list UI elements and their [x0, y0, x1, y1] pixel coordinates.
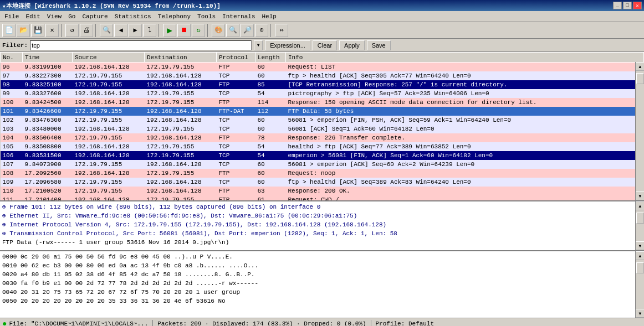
toolbar-open[interactable]: 📂 — [17, 24, 30, 37]
table-row[interactable]: 11117.2101400192.168.164.128172.19.79.15… — [1, 195, 644, 202]
table-row[interactable]: 1019.83426600172.19.79.155192.168.164.12… — [1, 107, 644, 116]
cell-info: 56081 > emperion [ACK] Seq=60 Ack=2 Win=… — [286, 160, 644, 169]
apply-button[interactable]: Apply — [339, 40, 365, 50]
toolbar-prev[interactable]: ◀ — [114, 24, 127, 37]
cell-dst: 192.168.164.128 — [145, 133, 217, 142]
filter-bar: Filter: ▼ Expression... Clear Apply Save — [0, 39, 644, 52]
cell-len: 114 — [255, 98, 286, 107]
detail-scroll-down[interactable]: ▼ — [636, 241, 644, 250]
toolbar-sep2 — [95, 24, 98, 37]
menu-item-statistics[interactable]: Statistics — [111, 11, 155, 22]
toolbar-zoom-reset[interactable]: ⊙ — [255, 24, 268, 37]
packet-scrollbar[interactable]: ▲ ▼ — [635, 62, 644, 200]
toolbar-capture-restart[interactable]: ↻ — [192, 24, 205, 37]
toolbar-reload[interactable]: ↺ — [65, 24, 79, 37]
toolbar-find[interactable]: 🔍 — [100, 24, 113, 37]
hex-scrollbar[interactable]: ▲ ▼ — [635, 251, 644, 318]
table-row[interactable]: 1069.83531500192.168.164.128172.19.79.15… — [1, 151, 644, 160]
toolbar-print[interactable]: 🖨 — [80, 24, 93, 37]
minimize-button[interactable]: _ — [613, 2, 622, 9]
detail-line-0[interactable]: ⊕ Frame 101: 112 bytes on wire (896 bits… — [2, 203, 642, 211]
col-header-protocol[interactable]: Protocol — [217, 53, 255, 63]
cell-src: 172.19.79.155 — [73, 178, 145, 187]
cell-len: 60 — [255, 169, 286, 178]
filter-dropdown[interactable]: ▼ — [254, 40, 263, 50]
cell-info: pictrography > ftp [ACK] Seq=57 Ack=235 … — [286, 89, 644, 98]
cell-dst: 192.168.164.128 — [145, 116, 217, 125]
col-header-info[interactable]: Info — [286, 53, 644, 63]
clear-button[interactable]: Clear — [313, 40, 337, 50]
toolbar-zoom-out[interactable]: 🔎 — [241, 24, 254, 37]
detail-line-1[interactable]: ⊕ Ethernet II, Src: Vmware_fd:9c:e8 (00:… — [2, 211, 642, 220]
status-capture-icon: ● — [2, 319, 7, 327]
hex-scroll-down[interactable]: ▼ — [636, 309, 644, 318]
col-header-time[interactable]: Time — [23, 53, 73, 63]
cell-src: 192.168.164.128 — [73, 169, 145, 178]
menu-item-capture[interactable]: Capture — [79, 11, 111, 22]
toolbar-save[interactable]: 💾 — [31, 24, 44, 37]
col-header-destination[interactable]: Destination — [145, 53, 217, 63]
toolbar-close[interactable]: ✕ — [45, 24, 59, 37]
scroll-down-arrow[interactable]: ▼ — [636, 192, 644, 200]
toolbar-capture-start[interactable]: ▶ — [163, 24, 176, 37]
cell-no: 97 — [1, 71, 23, 80]
close-button[interactable]: ✕ — [633, 2, 642, 9]
table-row[interactable]: 1029.83476300172.19.79.155192.168.164.12… — [1, 116, 644, 125]
toolbar-capture-stop[interactable]: ■ — [177, 24, 191, 37]
toolbar-goto[interactable]: ⤵ — [143, 24, 156, 37]
toolbar-resize-cols[interactable]: ⇔ — [275, 24, 288, 37]
expression-button[interactable]: Expression... — [265, 40, 310, 50]
save-button[interactable]: Save — [367, 40, 391, 50]
packet-list: No. Time Source Destination Protocol Len… — [0, 52, 644, 201]
detail-line-2[interactable]: ⊕ Internet Protocol Version 4, Src: 172.… — [2, 220, 642, 229]
toolbar-zoom-in[interactable]: 🔍 — [226, 24, 239, 37]
col-header-no[interactable]: No. — [1, 53, 23, 63]
menu-item-tools[interactable]: Tools — [194, 11, 219, 22]
cell-time: 9.83426600 — [23, 107, 73, 116]
toolbar-next[interactable]: ▶ — [129, 24, 142, 37]
cell-no: 108 — [1, 169, 23, 178]
cell-info: ftp > healthd [ACK] Seq=305 Ack=77 Win=6… — [286, 71, 644, 80]
table-row[interactable]: 10817.2092560192.168.164.128172.19.79.15… — [1, 169, 644, 178]
menu-item-file[interactable]: File — [1, 11, 22, 22]
menu-item-internals[interactable]: Internals — [219, 11, 258, 22]
hex-panel: ▲ ▼ 0000 0c 29 06 a1 75 00 50 56 fd 9c e… — [0, 251, 644, 318]
table-row[interactable]: 999.83327600192.168.164.128172.19.79.155… — [1, 89, 644, 98]
scroll-up-arrow[interactable]: ▲ — [636, 62, 644, 71]
hex-scroll-up[interactable]: ▲ — [636, 251, 644, 260]
toolbar-new[interactable]: 📄 — [2, 24, 16, 37]
menu-item-telephony[interactable]: Telephony — [155, 11, 194, 22]
table-row[interactable]: 10917.2096580172.19.79.155192.168.164.12… — [1, 178, 644, 187]
table-row[interactable]: 989.83325100172.19.79.155192.168.164.128… — [1, 80, 644, 89]
col-header-source[interactable]: Source — [73, 53, 145, 63]
cell-proto: FTP — [217, 63, 255, 71]
maximize-button[interactable]: □ — [623, 2, 632, 9]
table-row[interactable]: 979.83227300172.19.79.155192.168.164.128… — [1, 71, 644, 80]
cell-time: 9.83424500 — [23, 98, 73, 107]
table-row[interactable]: 1049.83506400172.19.79.155192.168.164.12… — [1, 133, 644, 142]
hex-scroll-thumb[interactable] — [636, 262, 644, 273]
details-scrollbar[interactable]: ▲ ▼ — [635, 201, 644, 250]
menu-item-go[interactable]: Go — [65, 11, 79, 22]
status-separator — [152, 320, 153, 327]
table-row[interactable]: 11017.2100520172.19.79.155192.168.164.12… — [1, 187, 644, 195]
filter-input[interactable] — [30, 40, 252, 50]
table-row[interactable]: 969.83199100192.168.164.128172.19.79.155… — [1, 63, 644, 71]
cell-time: 17.2101400 — [23, 195, 73, 202]
table-row[interactable]: 1059.83508800192.168.164.128172.19.79.15… — [1, 142, 644, 151]
cell-time: 17.2100520 — [23, 187, 73, 195]
cell-no: 111 — [1, 195, 23, 202]
menu-item-help[interactable]: Help — [259, 11, 280, 22]
detail-scroll-up[interactable]: ▲ — [636, 201, 644, 210]
scroll-thumb[interactable] — [636, 73, 644, 84]
toolbar-colorize[interactable]: 🎨 — [212, 24, 225, 37]
table-row[interactable]: 1009.83424500192.168.164.128172.19.79.15… — [1, 98, 644, 107]
detail-line-3[interactable]: ⊕ Transmission Control Protocol, Src Por… — [2, 229, 642, 238]
detail-scroll-thumb[interactable] — [636, 213, 644, 224]
menu-item-view[interactable]: View — [44, 11, 65, 22]
col-header-length[interactable]: Length — [255, 53, 286, 63]
menu-item-edit[interactable]: Edit — [22, 11, 43, 22]
cell-src: 172.19.79.155 — [73, 116, 145, 125]
table-row[interactable]: 1039.83480000192.168.164.128172.19.79.15… — [1, 125, 644, 133]
table-row[interactable]: 1079.84073900172.19.79.155192.168.164.12… — [1, 160, 644, 169]
